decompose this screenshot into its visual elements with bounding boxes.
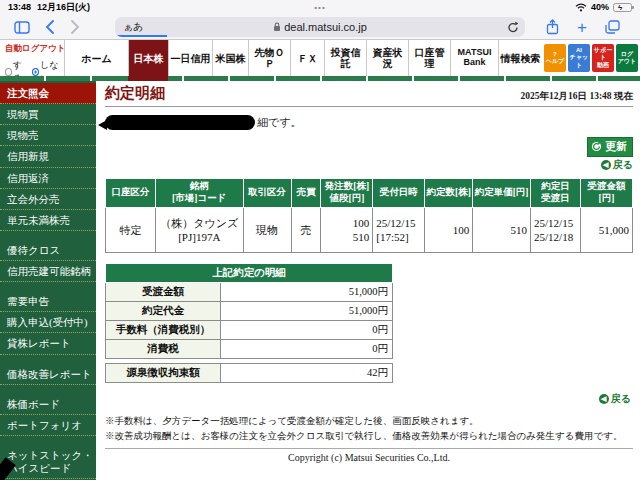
sidebar-item-price-board[interactable]: 株価ボード xyxy=(0,394,96,415)
sidebar-item-portfolio[interactable]: ポートフォリオ xyxy=(0,415,96,436)
tab-assets[interactable]: 資産状況 xyxy=(366,40,408,76)
cell-accept-datetime: 25/12/15[17:52] xyxy=(373,208,425,253)
footnotes: ※手数料は、夕方データ一括処理によって受渡金額が確定した後、画面反映されます。 … xyxy=(105,414,633,443)
cell-stock: （株）タウンズ[PJ]197A xyxy=(155,208,243,253)
back-link-bottom[interactable]: ◀ 戻る xyxy=(599,392,631,406)
new-tab-icon[interactable]: + xyxy=(572,17,592,37)
lock-icon xyxy=(273,22,281,32)
radio-selected-icon[interactable] xyxy=(32,68,39,76)
as-of-timestamp: 2025年12月16日 13:48 現在 xyxy=(521,90,633,103)
footnote-fee: ※手数料は、夕方データ一括処理によって受渡金額が確定した後、画面反映されます。 xyxy=(105,414,633,429)
detail-row: 源泉徴収拘束額42円 xyxy=(106,364,393,383)
main-content: 約定明細 2025年12月16日 13:48 現在 細です。 更新 ◀ 戻る 口… xyxy=(96,81,640,480)
redaction-mark xyxy=(105,115,255,130)
logout-button[interactable]: ログアウト xyxy=(616,44,638,72)
footer-divider xyxy=(105,448,633,449)
detail-row: 約定代金51,000円 xyxy=(106,302,393,321)
cell-side: 売 xyxy=(291,208,321,253)
table-row: 特定 （株）タウンズ[PJ]197A 現物 売 100510 25/12/15[… xyxy=(106,208,633,253)
withholding-table: 源泉徴収拘束額42円 xyxy=(105,363,393,383)
sidebar-item-demand-declaration[interactable]: 需要申告 xyxy=(0,291,96,312)
sidebar-item-stock-lending-report[interactable]: 貸株レポート xyxy=(0,333,96,354)
wifi-icon xyxy=(575,3,587,12)
sidebar-item-cash-buy[interactable]: 現物買 xyxy=(0,104,96,125)
ai-chat-button[interactable]: AIチャット xyxy=(568,44,590,72)
detail-row: 受渡金額51,000円 xyxy=(106,283,393,302)
sidebar-item-margin-close[interactable]: 信用返済 xyxy=(0,168,96,189)
battery-icon: ϟ xyxy=(613,3,632,12)
sidebar-item-purchase-apply[interactable]: 購入申込(受付中) xyxy=(0,312,96,333)
refresh-button[interactable]: 更新 xyxy=(587,137,633,157)
support-video-button[interactable]: サポート動画 xyxy=(592,44,614,72)
cell-account-type: 特定 xyxy=(106,208,156,253)
tab-info-search[interactable]: 情報検索 xyxy=(498,40,542,76)
battery-percent: 40% xyxy=(591,2,609,12)
status-bar: 13:48 12月16日(火) ••• 40% ϟ xyxy=(0,0,640,14)
sidebar-item-offhours-sale[interactable]: 立会外分売 xyxy=(0,189,96,210)
cell-order-qty-price: 100510 xyxy=(321,208,373,253)
sidebar-item-margin-new[interactable]: 信用新規 xyxy=(0,146,96,167)
tab-home[interactable]: ホーム xyxy=(64,40,128,76)
browser-toolbar: ぁあ deal.matsui.co.jp + xyxy=(0,14,640,40)
back-icon[interactable] xyxy=(40,17,60,37)
refresh-circle-icon xyxy=(591,141,602,152)
back-link-top[interactable]: ◀ 戻る xyxy=(601,158,633,172)
cell-executed-price: 510 xyxy=(473,208,531,253)
cell-trade-type: 現物 xyxy=(243,208,291,253)
sidebar-item-yutai-cross[interactable]: 優待クロス xyxy=(0,240,96,261)
sidebar-item-netstock-highspeed[interactable]: ネットストック・ハイスピード xyxy=(0,445,96,479)
sidebar-item-price-improvement-report[interactable]: 価格改善レポート xyxy=(0,364,96,385)
execution-detail-table: 上記約定の明細 受渡金額51,000円 約定代金51,000円 手数料（消費税別… xyxy=(105,263,393,359)
sidebar-item-odd-lot-sell[interactable]: 単元未満株売 xyxy=(0,210,96,231)
tab-day-margin[interactable]: 一日信用 xyxy=(168,40,212,76)
sidebar-item-cash-sell[interactable]: 現物売 xyxy=(0,125,96,146)
clock: 13:48 xyxy=(8,2,31,12)
detail-row: 消費税0円 xyxy=(106,340,393,359)
tab-fx[interactable]: ＦＸ xyxy=(290,40,324,76)
refresh-page-icon[interactable] xyxy=(507,20,519,37)
sidebar-toggle-icon[interactable] xyxy=(12,17,32,37)
site-nav-bar: 自動ログアウト する しない ホーム 日本株 一日信用 米国株 先物ＯＰ ＦＸ … xyxy=(0,40,640,76)
tab-japan-stocks[interactable]: 日本株 xyxy=(128,40,168,76)
help-button[interactable]: ？ヘルプ xyxy=(544,44,566,72)
page-title: 約定明細 xyxy=(105,84,165,103)
cell-executed-qty: 100 xyxy=(425,208,473,253)
share-icon[interactable] xyxy=(542,17,562,37)
sidebar-menu: 注文照会 現物買 現物売 信用新規 信用返済 立会外分売 単元未満株売 優待クロ… xyxy=(0,81,96,480)
tab-funds[interactable]: 投資信託 xyxy=(324,40,366,76)
sidebar-item-short-available[interactable]: 信用売建可能銘柄 xyxy=(0,261,96,282)
summary-line: 細です。 xyxy=(105,113,633,131)
app-switcher-dots: ••• xyxy=(314,3,325,12)
execution-table: 口座区分 銘柄[市場]コード 取引区分 売買 発注数[株]値段[円] 受付日時 … xyxy=(105,178,633,253)
summary-text: 細です。 xyxy=(257,115,302,130)
detail-row: 手数料（消費税別）0円 xyxy=(106,321,393,340)
address-bar[interactable]: ぁあ deal.matsui.co.jp xyxy=(115,17,525,37)
radio-icon[interactable] xyxy=(5,68,12,76)
copyright-text: Copyright (c) Matsui Securities Co.,Ltd. xyxy=(105,452,633,463)
back-arrow-icon: ◀ xyxy=(599,394,609,404)
tabs-icon[interactable] xyxy=(602,17,622,37)
auto-logout-control: 自動ログアウト する しない xyxy=(0,40,64,76)
date: 12月16日(火) xyxy=(37,1,90,14)
footnote-improvement: ※改善成功報酬とは、お客様の注文を立会外クロス取引で執行し、価格改善効果が得られ… xyxy=(105,429,633,444)
detail-table-title: 上記約定の明細 xyxy=(106,264,393,283)
auto-logout-label: 自動ログアウト xyxy=(5,43,62,55)
tab-account[interactable]: 口座管理 xyxy=(408,40,450,76)
tab-us-stocks[interactable]: 米国株 xyxy=(212,40,248,76)
url-text: deal.matsui.co.jp xyxy=(284,21,367,33)
back-arrow-icon: ◀ xyxy=(601,160,611,170)
cell-settlement-amount: 51,000 xyxy=(580,208,632,253)
tab-matsui-bank[interactable]: MATSUI Bank xyxy=(450,40,498,76)
ipad-screen: 13:48 12月16日(火) ••• 40% ϟ ぁあ xyxy=(0,0,640,480)
forward-icon[interactable] xyxy=(65,17,85,37)
sidebar-item-order-inquiry[interactable]: 注文照会 xyxy=(0,83,96,104)
cell-trade-settle-dates: 25/12/1525/12/18 xyxy=(531,208,581,253)
page-load-progress xyxy=(115,35,167,37)
tab-futures-op[interactable]: 先物ＯＰ xyxy=(248,40,290,76)
